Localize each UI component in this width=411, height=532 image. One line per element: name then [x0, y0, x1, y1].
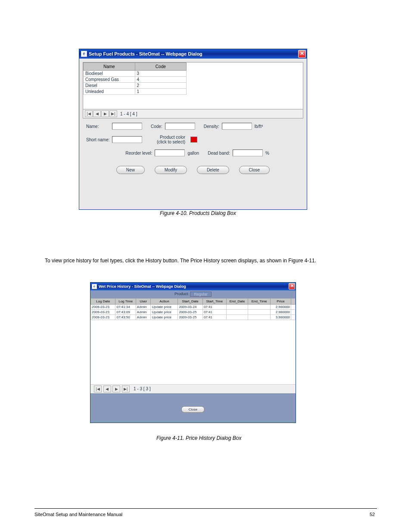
reorder-input[interactable] — [155, 149, 185, 156]
titlebar: e Wet Price History - SiteOmat -- Webpag… — [90, 283, 296, 290]
title-text: Wet Price History - SiteOmat -- Webpage … — [99, 284, 186, 289]
fig1-caption: Figure 4-10. Products Dialog Box — [160, 210, 236, 216]
product-input[interactable]: Regular — [190, 292, 212, 297]
deadband-input[interactable] — [233, 149, 263, 156]
grid-nav: |◀ ◀ ▶ ▶| 1 - 3 [ 3 ] — [90, 384, 296, 393]
col-enddate[interactable]: End_Date — [226, 299, 248, 305]
grid-nav: |◀ ◀ ▶ ▶| 1 - 4 [ 4 ] — [83, 109, 303, 118]
shortname-input[interactable] — [112, 136, 142, 143]
price-history-dialog: e Wet Price History - SiteOmat -- Webpag… — [90, 282, 296, 423]
close-button[interactable]: Close — [181, 406, 205, 413]
col-action[interactable]: Action — [151, 299, 178, 305]
code-input[interactable] — [165, 123, 195, 130]
bottom-area: Close — [90, 393, 296, 423]
history-grid: Log Date Log Time User Action Start_Date… — [90, 298, 296, 384]
setup-fuel-products-dialog: e Setup Fuel Products - SiteOmat -- Webp… — [79, 49, 307, 210]
title-text: Setup Fuel Products - SiteOmat -- Webpag… — [89, 51, 202, 56]
name-input[interactable] — [112, 123, 142, 130]
table-row[interactable]: 2009-03-23 07:43:09 Admin Update price 2… — [91, 310, 296, 315]
table-row[interactable]: 2009-03-23 07:43:50 Admin Update price 2… — [91, 315, 296, 320]
nav-prev-icon[interactable]: ◀ — [103, 386, 111, 392]
col-code[interactable]: Code — [135, 63, 186, 71]
delete-button[interactable]: Delete — [197, 166, 229, 174]
product-bar: Product: Regular — [90, 290, 296, 298]
products-grid: Name Code Biodiesel 3 Compressed Gas 4 D… — [83, 62, 303, 109]
titlebar: e Setup Fuel Products - SiteOmat -- Webp… — [79, 49, 307, 59]
app-icon: e — [92, 284, 97, 289]
nav-first-icon[interactable]: |◀ — [94, 386, 102, 392]
close-icon[interactable]: ✕ — [289, 283, 295, 289]
nav-label: 1 - 4 [ 4 ] — [120, 112, 137, 116]
footer-manual: SiteOmat Setup and Maintenance Manual — [34, 512, 122, 517]
nav-prev-icon[interactable]: ◀ — [93, 110, 101, 117]
product-label: Product: — [174, 292, 189, 296]
col-user[interactable]: User — [136, 299, 151, 305]
form-area: Name: Code: Density: lb/ft³ Short name: … — [83, 118, 303, 180]
col-logtime[interactable]: Log Time — [115, 299, 136, 305]
modify-button[interactable]: Modify — [155, 166, 187, 174]
close-icon[interactable]: ✕ — [298, 50, 306, 58]
nav-first-icon[interactable]: |◀ — [85, 110, 93, 117]
table-row[interactable]: 2009-03-23 07:41:34 Admin Update price 2… — [91, 305, 296, 310]
col-starttime[interactable]: Start_Time — [202, 299, 226, 305]
shortname-label: Short name: — [86, 137, 112, 142]
code-label: Code: — [151, 124, 162, 129]
density-unit: lb/ft³ — [255, 124, 263, 129]
col-logdate[interactable]: Log Date — [91, 299, 115, 305]
color-label: Product color (click to select) — [151, 135, 185, 144]
footer-page: 52 — [370, 512, 375, 517]
deadband-label: Dead band: — [208, 151, 230, 156]
nav-last-icon[interactable]: ▶| — [109, 110, 117, 117]
nav-next-icon[interactable]: ▶ — [112, 386, 120, 392]
density-label: Density: — [204, 124, 219, 129]
deadband-unit: % — [265, 151, 269, 156]
view-history-text: To view price history for fuel types, cl… — [45, 258, 368, 264]
col-name[interactable]: Name — [84, 63, 135, 71]
col-price[interactable]: Price — [270, 299, 291, 305]
table-row[interactable]: Diesel 2 — [84, 83, 187, 89]
col-endtime[interactable]: End_Time — [248, 299, 270, 305]
nav-last-icon[interactable]: ▶| — [122, 386, 130, 392]
new-button[interactable]: New — [116, 166, 145, 174]
table-row[interactable]: Compressed Gas 4 — [84, 77, 187, 83]
name-label: Name: — [86, 124, 112, 129]
reorder-label: Reorder level: — [125, 151, 152, 156]
table-row[interactable]: Unleaded 1 — [84, 89, 187, 95]
close-button[interactable]: Close — [239, 166, 270, 174]
nav-label: 1 - 3 [ 3 ] — [134, 386, 150, 391]
nav-next-icon[interactable]: ▶ — [101, 110, 109, 117]
fig2-caption: Figure 4-11. Price History Dialog Box — [156, 435, 241, 441]
dialog-body: Name Code Biodiesel 3 Compressed Gas 4 D… — [79, 59, 307, 209]
col-startdate[interactable]: Start_Date — [178, 299, 202, 305]
table-row[interactable]: Biodiesel 3 — [84, 71, 187, 77]
color-swatch[interactable] — [190, 137, 197, 143]
density-input[interactable] — [222, 123, 252, 130]
button-row: New Modify Delete Close — [86, 162, 300, 176]
reorder-unit: gallon — [187, 151, 199, 156]
app-icon: e — [81, 51, 87, 57]
